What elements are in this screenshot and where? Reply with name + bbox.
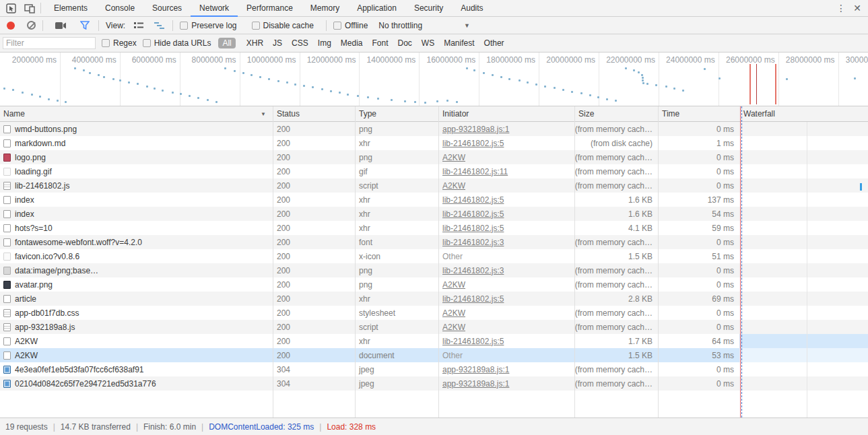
request-row[interactable]: 4e3ea0fef1eb5d3fa07fcc6cf638af91304jpega…	[0, 362, 868, 376]
filter-pill-img[interactable]: Img	[318, 38, 331, 48]
request-row[interactable]: article200xhrlib-21461802.js:52.8 KB69 m…	[0, 292, 868, 306]
request-row[interactable]: hots?s=10200xhrlib-21461802.js:54.1 KB59…	[0, 221, 868, 235]
column-header-status[interactable]: Status	[273, 106, 355, 121]
initiator-link[interactable]: A2KW	[442, 323, 465, 332]
request-dot	[162, 90, 164, 92]
request-row[interactable]: index200xhrlib-21461802.js:51.6 KB137 ms	[0, 193, 868, 207]
column-header-time[interactable]: Time	[658, 106, 739, 121]
initiator-link[interactable]: A2KW	[442, 308, 465, 318]
filter-input[interactable]	[3, 37, 96, 49]
request-name: favicon.ico?v0.8.6	[15, 252, 79, 261]
screenshot-capture-icon[interactable]	[54, 19, 67, 32]
preserve-log-checkbox[interactable]: Preserve log	[180, 21, 236, 30]
sort-arrow-icon[interactable]: ▼	[261, 111, 266, 117]
filter-pill-font[interactable]: Font	[372, 38, 389, 48]
record-button[interactable]	[7, 22, 15, 30]
close-icon[interactable]: ✕	[850, 1, 864, 15]
filter-pill-doc[interactable]: Doc	[398, 38, 412, 48]
disable-cache-checkbox[interactable]: Disable cache	[252, 21, 314, 30]
tab-security[interactable]: Security	[405, 0, 452, 16]
overview-toggle-icon[interactable]	[152, 19, 166, 32]
filter-pill-ws[interactable]: WS	[422, 38, 434, 48]
doc-script-file-icon	[3, 323, 11, 331]
filter-pill-media[interactable]: Media	[341, 38, 363, 48]
initiator-link[interactable]: lib-21461802.js:5	[442, 209, 504, 219]
column-separator[interactable]	[355, 106, 356, 417]
regex-checkbox[interactable]: Regex	[102, 38, 137, 48]
filter-pill-all[interactable]: All	[218, 38, 235, 48]
tab-audits[interactable]: Audits	[452, 0, 492, 16]
tab-application[interactable]: Application	[348, 0, 405, 16]
column-separator[interactable]	[273, 106, 273, 417]
tab-elements[interactable]: Elements	[45, 0, 96, 16]
time-cell: 0 ms	[658, 263, 739, 277]
filter-pill-js[interactable]: JS	[273, 38, 282, 48]
initiator-link[interactable]: lib-21461802.js:3	[442, 266, 504, 275]
request-row[interactable]: index200xhrlib-21461802.js:51.6 KB54 ms	[0, 207, 868, 221]
status-cell: 200	[273, 122, 355, 136]
request-row[interactable]: loading.gif200giflib-21461802.js:11(from…	[0, 164, 868, 178]
request-dot	[172, 92, 174, 94]
name-cell: avatar.png	[0, 277, 273, 292]
status-cell: 304	[273, 376, 355, 391]
inspect-element-icon[interactable]	[4, 1, 18, 15]
filter-funnel-icon[interactable]	[78, 19, 92, 32]
throttling-select[interactable]: No throttling	[378, 21, 422, 30]
initiator-link[interactable]: lib-21461802.js:11	[442, 167, 508, 176]
initiator-link[interactable]: lib-21461802.js:5	[442, 195, 504, 205]
column-header-initiator[interactable]: Initiator	[438, 106, 574, 121]
column-separator[interactable]	[438, 106, 439, 417]
chevron-down-icon[interactable]: ▼	[464, 22, 470, 29]
tab-performance[interactable]: Performance	[238, 0, 302, 16]
initiator-link[interactable]: app-932189a8.js:1	[442, 125, 509, 134]
initiator-link[interactable]: lib-21461802.js:5	[442, 139, 504, 148]
request-row[interactable]: 02104d0842c65f7e294721ed5d31a776304jpega…	[0, 376, 868, 391]
filter-pill-xhr[interactable]: XHR	[246, 38, 263, 48]
initiator-link[interactable]: lib-21461802.js:5	[442, 294, 504, 304]
initiator-link[interactable]: A2KW	[442, 181, 465, 191]
request-row[interactable]: app-932189a8.js200scriptA2KW(from memory…	[0, 320, 868, 334]
filter-pill-manifest[interactable]: Manifest	[444, 38, 474, 48]
request-dot	[646, 83, 648, 85]
initiator-link[interactable]: lib-21461802.js:5	[442, 337, 504, 346]
request-row[interactable]: data:image/png;base…200pnglib-21461802.j…	[0, 263, 868, 277]
request-row[interactable]: fontawesome-webfont.woff?v=4.2.0200fontl…	[0, 235, 868, 249]
clear-requests-button[interactable]	[27, 21, 36, 30]
column-header-waterfall[interactable]: Waterfall	[739, 106, 868, 121]
column-header-type[interactable]: Type	[355, 106, 438, 121]
request-row[interactable]: A2KW200xhrlib-21461802.js:51.7 KB64 ms	[0, 334, 868, 348]
column-header-size[interactable]: Size	[574, 106, 658, 121]
request-row[interactable]: wmd-buttons.png200pngapp-932189a8.js:1(f…	[0, 122, 868, 136]
tab-network[interactable]: Network	[191, 0, 238, 16]
request-row[interactable]: markdown.md200xhrlib-21461802.js:5(from …	[0, 136, 868, 150]
network-overview[interactable]: 2000000 ms4000000 ms6000000 ms8000000 ms…	[0, 53, 868, 106]
doc-script-file-icon	[3, 182, 11, 190]
initiator-link[interactable]: A2KW	[442, 153, 465, 162]
view-list-icon[interactable]	[132, 19, 145, 32]
summary-item: 19 requests	[5, 422, 48, 432]
filter-pill-other[interactable]: Other	[484, 38, 504, 48]
tab-console[interactable]: Console	[96, 0, 143, 16]
tab-memory[interactable]: Memory	[302, 0, 348, 16]
more-menu-icon[interactable]: ⋮	[834, 1, 848, 15]
initiator-link[interactable]: app-932189a8.js:1	[442, 379, 509, 389]
offline-checkbox[interactable]: Offline	[333, 21, 368, 30]
initiator-link[interactable]: lib-21461802.js:5	[442, 224, 504, 233]
request-row[interactable]: avatar.png200pngA2KW(from memory cach…0 …	[0, 277, 868, 292]
column-header-name[interactable]: Name▼	[0, 106, 273, 121]
device-toolbar-icon[interactable]	[23, 1, 36, 15]
filter-bar: Regex Hide data URLs AllXHRJSCSSImgMedia…	[0, 34, 868, 53]
column-separator[interactable]	[574, 106, 575, 417]
request-row[interactable]: A2KW200documentOther1.5 KB53 ms	[0, 348, 868, 362]
tab-sources[interactable]: Sources	[143, 0, 191, 16]
initiator-link[interactable]: A2KW	[442, 280, 465, 290]
request-row[interactable]: logo.png200pngA2KW(from memory cach…0 ms	[0, 150, 868, 164]
initiator-link[interactable]: app-932189a8.js:1	[442, 365, 509, 374]
initiator-link[interactable]: lib-21461802.js:3	[442, 238, 504, 247]
request-row[interactable]: lib-21461802.js200scriptA2KW(from memory…	[0, 178, 868, 193]
column-separator[interactable]	[658, 106, 659, 417]
request-row[interactable]: app-db01f7db.css200stylesheetA2KW(from m…	[0, 306, 868, 320]
request-row[interactable]: favicon.ico?v0.8.6200x-iconOther1.5 KB51…	[0, 249, 868, 263]
filter-pill-css[interactable]: CSS	[292, 38, 308, 48]
hide-data-urls-checkbox[interactable]: Hide data URLs	[143, 38, 211, 48]
